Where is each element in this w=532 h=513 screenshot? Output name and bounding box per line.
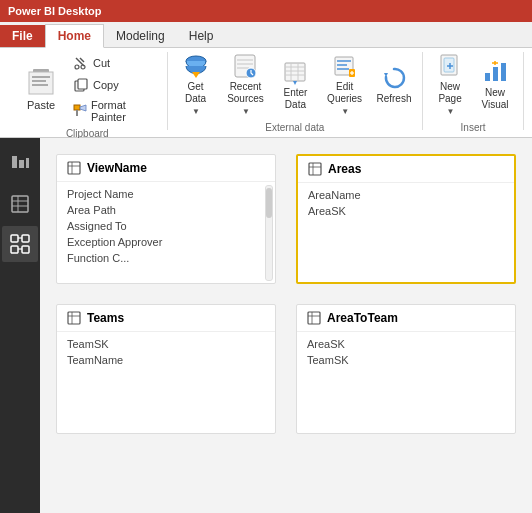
recent-sources-label: RecentSources ▼ [225,81,267,117]
tab-file[interactable]: File [0,25,45,47]
edit-queries-button[interactable]: EditQueries ▼ [319,52,369,120]
ribbon-tabs: File Home Modeling Help [0,22,532,48]
svg-rect-67 [308,312,320,324]
edit-queries-label: EditQueries ▼ [324,81,364,117]
external-data-label: External data [265,120,324,133]
svg-rect-61 [309,163,321,175]
svg-rect-58 [68,162,80,174]
copy-button[interactable]: Copy [68,74,159,96]
svg-rect-12 [76,110,78,116]
svg-rect-64 [68,312,80,324]
field-areatoteam-areask: AreaSK [307,336,505,352]
sidebar-item-data[interactable] [2,186,38,222]
table-card-areas[interactable]: Areas AreaName AreaSK [296,154,516,284]
clipboard-group-items: Paste Cut [16,52,159,126]
new-page-button[interactable]: NewPage ▼ [430,52,470,120]
table-icon-areas [308,162,322,176]
table-header-areas: Areas [298,156,514,183]
svg-rect-53 [22,235,29,242]
svg-rect-21 [285,63,305,81]
copy-label: Copy [93,79,119,91]
get-data-icon [184,55,208,79]
new-visual-button[interactable]: NewVisual [474,58,516,114]
svg-rect-55 [22,246,29,253]
clipboard-group: Paste Cut [8,52,168,130]
svg-rect-4 [32,84,48,86]
table-header-viewname: ViewName [57,155,275,182]
field-areaname: AreaName [308,187,504,203]
format-painter-button[interactable]: Format Painter [68,96,159,126]
svg-marker-15 [192,72,200,78]
insert-label: Insert [461,120,486,133]
table-name-areas: Areas [328,162,361,176]
field-teamsk: TeamSK [67,336,265,352]
title-bar-text: Power BI Desktop [8,5,102,17]
svg-marker-35 [384,73,388,77]
get-data-button[interactable]: GetData ▼ [176,52,216,120]
tab-help[interactable]: Help [177,25,226,47]
main-area: ViewName Project Name Area Path Assigned… [0,138,532,513]
svg-rect-41 [493,67,498,81]
field-function-c: Function C... [67,250,265,266]
table-header-areatoteam: AreaToTeam [297,305,515,332]
external-data-group: GetData ▼ RecentSources ▼ [168,52,424,130]
svg-rect-54 [11,246,18,253]
ribbon: Paste Cut [0,48,532,138]
svg-rect-1 [29,72,53,94]
field-areask: AreaSK [308,203,504,219]
svg-point-7 [75,65,79,69]
svg-rect-42 [501,63,506,81]
sidebar-item-report[interactable] [2,146,38,182]
tab-modeling[interactable]: Modeling [104,25,177,47]
table-card-areatoteam[interactable]: AreaToTeam AreaSK TeamSK [296,304,516,434]
svg-rect-52 [11,235,18,242]
svg-rect-45 [12,156,17,168]
tab-home[interactable]: Home [45,24,104,48]
svg-rect-10 [78,79,87,89]
svg-marker-13 [80,105,86,111]
svg-rect-46 [19,160,24,168]
table-name-viewname: ViewName [87,161,147,175]
format-painter-icon [73,103,87,119]
new-visual-icon [483,61,507,85]
cut-label: Cut [93,57,110,69]
svg-rect-37 [444,58,454,72]
new-page-icon [438,55,462,79]
svg-point-8 [81,65,85,69]
scrollbar-viewname[interactable] [265,185,273,281]
table-icon-teams [67,311,81,325]
table-header-teams: Teams [57,305,275,332]
svg-line-6 [80,58,84,62]
paste-button[interactable]: Paste [16,62,66,116]
table-body-areas: AreaName AreaSK [298,183,514,223]
svg-rect-17 [237,59,253,61]
paste-label: Paste [27,99,55,111]
get-data-label: GetData ▼ [181,81,211,117]
field-exception-approver: Exception Approver [67,234,265,250]
paste-icon [25,67,57,99]
new-page-label: NewPage ▼ [435,81,465,117]
refresh-icon [382,67,406,91]
table-card-viewname[interactable]: ViewName Project Name Area Path Assigned… [56,154,276,284]
recent-sources-button[interactable]: RecentSources ▼ [220,52,272,120]
external-data-items: GetData ▼ RecentSources ▼ [176,52,415,120]
new-visual-label: NewVisual [482,87,509,111]
refresh-button[interactable]: Refresh [374,64,414,108]
cut-icon [73,55,89,71]
title-bar: Power BI Desktop [0,0,532,22]
field-area-path: Area Path [67,202,265,218]
field-teamname: TeamName [67,352,265,368]
insert-group-items: NewPage ▼ NewVisual [430,52,516,120]
copy-icon [73,77,89,93]
enter-data-label: EnterData [283,87,307,111]
table-name-areatoteam: AreaToTeam [327,311,398,325]
table-card-teams[interactable]: Teams TeamSK TeamName [56,304,276,434]
enter-data-icon [283,61,307,85]
field-project-name: Project Name [67,186,265,202]
canvas: ViewName Project Name Area Path Assigned… [40,138,532,513]
table-body-viewname: Project Name Area Path Assigned To Excep… [57,182,275,270]
sidebar-item-model[interactable] [2,226,38,262]
enter-data-button[interactable]: EnterData [275,58,315,114]
svg-rect-18 [237,63,253,65]
cut-button[interactable]: Cut [68,52,159,74]
